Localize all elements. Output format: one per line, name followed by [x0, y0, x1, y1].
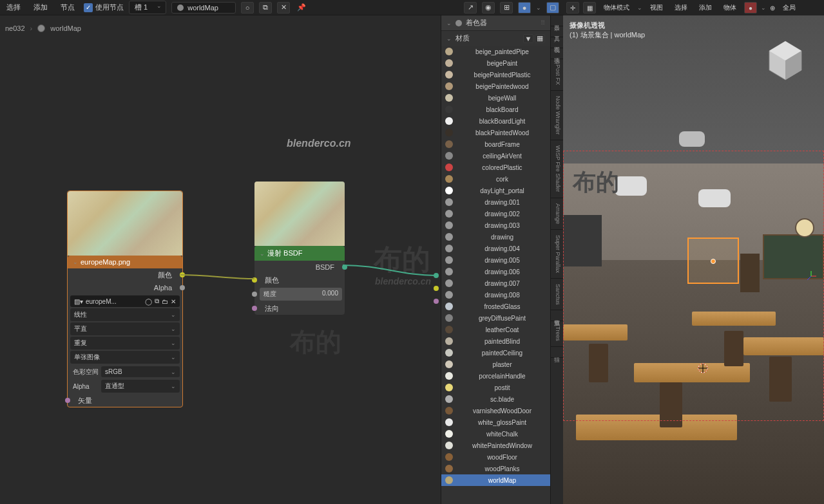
- viewport-3d[interactable]: 摄像机透视 (1) 场景集合 | worldMap 布的 blenderco.c…: [563, 15, 824, 504]
- menu-select[interactable]: 选择: [3, 1, 24, 14]
- material-item[interactable]: cork: [441, 173, 550, 185]
- material-item[interactable]: blackBoardLight: [441, 115, 550, 127]
- close-icon[interactable]: ✕: [277, 2, 290, 14]
- image-selector[interactable]: ▧▾ europeM... ◯ ⧉ 🗀 ✕: [70, 295, 180, 307]
- extension-dropdown[interactable]: 重复⌄: [70, 337, 180, 350]
- pin-icon[interactable]: 📌: [295, 2, 308, 14]
- material-item[interactable]: coloredPlastic: [441, 162, 550, 173]
- material-item[interactable]: blackBoard: [441, 104, 550, 115]
- material-item[interactable]: ceilingAirVent: [441, 150, 550, 162]
- material-item[interactable]: drawing.002: [441, 208, 550, 219]
- material-item[interactable]: paintedBlind: [441, 335, 550, 347]
- material-item[interactable]: drawing.007: [441, 277, 550, 289]
- projection-dropdown[interactable]: 平直⌄: [70, 322, 180, 335]
- node-image-texture[interactable]: ⌄ europeMap.png 颜色 Alpha ▧▾ europeM... ◯…: [67, 191, 183, 407]
- material-item[interactable]: blackPaintedWood: [441, 127, 550, 138]
- material-item[interactable]: plaster: [441, 359, 550, 370]
- shield-icon[interactable]: ◯: [145, 298, 152, 305]
- material-item[interactable]: beigeWall: [441, 92, 550, 104]
- material-item[interactable]: drawing.008: [441, 289, 550, 301]
- material-item[interactable]: boardFrame: [441, 138, 550, 150]
- side-tab[interactable]: Node Wrangler: [551, 91, 563, 140]
- material-item[interactable]: beigePaintedwood: [441, 80, 550, 92]
- interpolation-dropdown[interactable]: 线性⌄: [70, 308, 180, 321]
- display-icon[interactable]: ▢: [546, 2, 559, 14]
- material-item[interactable]: drawing: [441, 231, 550, 243]
- material-item[interactable]: dayLight_portal: [441, 185, 550, 196]
- breadcrumb-material[interactable]: worldMap: [50, 24, 81, 32]
- menu-object[interactable]: 物体: [720, 2, 740, 14]
- panel-header-material[interactable]: ⌄ 材质 ▼ ▦: [441, 31, 550, 46]
- node-diffuse-bsdf[interactable]: ⌄ 漫射 BSDF BSDF 颜色 糙度0.000 法向: [254, 182, 345, 315]
- cursor-icon[interactable]: ✛: [566, 2, 579, 14]
- material-item[interactable]: whitePaintedWindow: [441, 440, 550, 451]
- material-item[interactable]: paintedCeiling: [441, 347, 550, 359]
- use-nodes-toggle[interactable]: ✓ 使用节点: [84, 3, 124, 12]
- node-editor[interactable]: ne032 › worldMap blenderco.cn 布的 布的 blen…: [0, 15, 441, 504]
- side-tab[interactable]: 视图: [551, 37, 563, 48]
- material-dropdown[interactable]: worldMap: [171, 2, 236, 14]
- shading-icon[interactable]: ●: [518, 2, 531, 14]
- side-tab[interactable]: 节点预览: [551, 310, 563, 321]
- side-tab[interactable]: WISP Fire Shader: [551, 140, 563, 198]
- side-tab[interactable]: 工具: [551, 26, 563, 37]
- panel-header-shader[interactable]: ⌄ 着色器 ⠿: [441, 15, 550, 31]
- close-icon[interactable]: ✕: [171, 298, 176, 305]
- socket-output[interactable]: [180, 272, 185, 277]
- material-item[interactable]: varnishedWoodDoor: [441, 405, 550, 416]
- arrow-icon[interactable]: ↗: [464, 2, 477, 14]
- socket-output[interactable]: [180, 285, 185, 290]
- slot-dropdown[interactable]: 槽 1 ⌄: [129, 1, 166, 14]
- node-header[interactable]: ⌄ 漫射 BSDF: [254, 246, 345, 261]
- mode-dropdown[interactable]: 物体模式: [600, 2, 633, 14]
- socket-output-node[interactable]: [434, 273, 439, 278]
- material-item[interactable]: beigePaint: [441, 57, 550, 69]
- material-item[interactable]: worldMap: [441, 474, 550, 486]
- socket-output-node[interactable]: [434, 299, 439, 304]
- side-tab[interactable]: Trees: [551, 321, 563, 347]
- material-item[interactable]: frostedGlass: [441, 301, 550, 312]
- node-header[interactable]: ⌄ europeMap.png: [68, 256, 182, 268]
- socket-input[interactable]: [252, 292, 257, 297]
- copy-icon[interactable]: ⧉: [259, 2, 272, 14]
- material-item[interactable]: postit: [441, 382, 550, 393]
- nav-gizmo[interactable]: [760, 35, 811, 86]
- collapse-icon[interactable]: ⌄: [73, 259, 78, 265]
- side-tab[interactable]: Super Parallax: [551, 230, 563, 279]
- material-item[interactable]: white_glossPaint: [441, 416, 550, 428]
- source-dropdown[interactable]: 单张图像⌄: [70, 351, 180, 364]
- material-item[interactable]: woodPlanks: [441, 463, 550, 474]
- list-icon[interactable]: ▦: [535, 34, 545, 43]
- material-item[interactable]: greyDiffusePaint: [441, 312, 550, 324]
- material-item[interactable]: porcelainHandle: [441, 370, 550, 382]
- material-item[interactable]: drawing.003: [441, 219, 550, 231]
- drag-handle-icon[interactable]: ⠿: [541, 19, 545, 26]
- menu-view[interactable]: 视图: [646, 2, 667, 14]
- socket-input[interactable]: [252, 306, 257, 311]
- alpha-dropdown[interactable]: 直通型⌄: [101, 380, 180, 393]
- roughness-slider[interactable]: 糙度0.000: [260, 288, 342, 301]
- gizmo-small[interactable]: [805, 270, 818, 283]
- material-item[interactable]: drawing.006: [441, 266, 550, 277]
- socket-output-node[interactable]: [434, 286, 439, 291]
- material-item[interactable]: sc.blade: [441, 393, 550, 405]
- filter-icon[interactable]: ▼: [523, 34, 533, 43]
- menu-add[interactable]: 添加: [30, 1, 52, 14]
- material-item[interactable]: beigePaintedPlastic: [441, 69, 550, 80]
- material-item[interactable]: whiteChalk: [441, 428, 550, 440]
- socket-input[interactable]: [252, 277, 257, 283]
- side-tab[interactable]: 条目: [551, 15, 563, 26]
- material-item[interactable]: woodFloor: [441, 451, 550, 463]
- copy-icon[interactable]: ⧉: [155, 297, 159, 305]
- side-tab[interactable]: 选项: [551, 48, 563, 59]
- breadcrumb-scene[interactable]: ne032: [5, 24, 25, 32]
- material-item[interactable]: leatherCoat: [441, 324, 550, 335]
- material-item[interactable]: drawing.005: [441, 254, 550, 266]
- colorspace-dropdown[interactable]: sRGB⌄: [101, 366, 180, 377]
- material-item[interactable]: drawing.004: [441, 243, 550, 254]
- socket-input[interactable]: [65, 398, 70, 403]
- record-icon[interactable]: ●: [744, 2, 757, 14]
- orientation-icon[interactable]: ⊕: [770, 5, 775, 12]
- side-tab[interactable]: 猫: [551, 347, 563, 358]
- material-list[interactable]: beige_paintedPipebeigePaintbeigePaintedP…: [441, 46, 550, 504]
